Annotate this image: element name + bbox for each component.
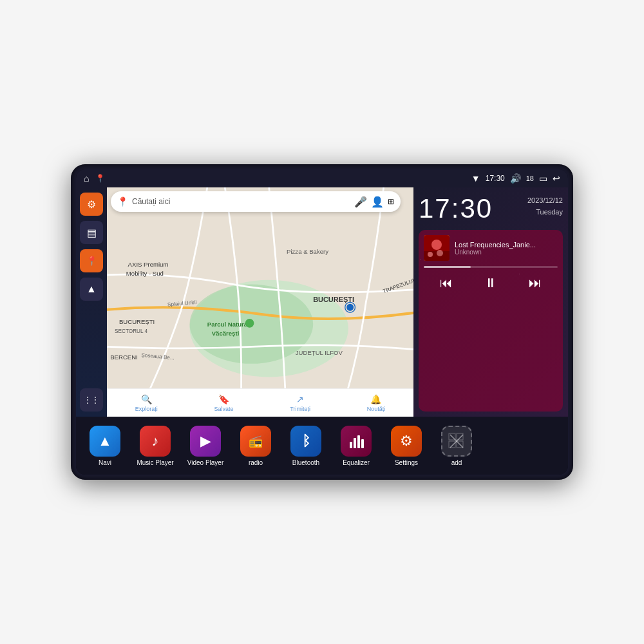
apps-grid-icon: ⋮⋮ <box>84 395 99 404</box>
map-bottom-bar: 🔍 Explorați 🔖 Salvate ↗ Trimiteți 🔔 <box>107 388 413 417</box>
share-icon: ↗ <box>296 394 304 404</box>
progress-bar[interactable] <box>424 266 558 268</box>
map-svg: BUCUREȘTI JUDEȚUL ILFOV BERCENI BUCUREȘT… <box>107 187 413 417</box>
app-radio[interactable]: 📻 radio <box>232 426 279 466</box>
explore-label: Explorați <box>135 406 158 412</box>
map-icon: 📍 <box>86 256 97 266</box>
svg-rect-21 <box>424 251 450 261</box>
app-equalizer[interactable]: Equalizer <box>332 426 380 466</box>
music-info-row: Lost Frequencies_Janie... Unknown <box>424 235 558 261</box>
map-nav-share[interactable]: ↗ Trimiteți <box>290 394 310 412</box>
map-search-bar[interactable]: 📍 Căutați aici 🎤 👤 ⊞ <box>111 191 401 212</box>
sidebar-btn-apps[interactable]: ⋮⋮ <box>80 388 103 412</box>
saved-label: Salvate <box>214 406 234 412</box>
date-line1: 2023/12/12 <box>527 195 563 207</box>
news-label: Noutăți <box>367 406 386 412</box>
settings-symbol: ⚙ <box>400 433 413 450</box>
album-art-image <box>424 235 450 261</box>
music-player-icon: ♪ <box>140 426 171 457</box>
search-placeholder[interactable]: Căutați aici <box>132 197 350 206</box>
add-symbol <box>448 433 465 450</box>
app-navi[interactable]: ▲ Navi <box>81 426 129 466</box>
app-bluetooth[interactable]: ᛒ Bluetooth <box>282 426 330 466</box>
radio-label: radio <box>249 459 263 466</box>
google-maps-icon: 📍 <box>117 196 128 207</box>
pause-button[interactable]: ⏸ <box>482 273 500 293</box>
navi-label: Navi <box>99 459 111 466</box>
svg-rect-31 <box>457 433 463 440</box>
svg-rect-32 <box>449 441 455 448</box>
svg-text:BERCENI: BERCENI <box>110 354 138 361</box>
video-player-icon: ▶ <box>190 426 221 457</box>
clock-date-row: 17:30 2023/12/12 Tuesday <box>419 193 563 225</box>
app-music-player[interactable]: ♪ Music Player <box>131 426 179 466</box>
equalizer-icon <box>341 426 372 457</box>
radio-symbol: 📻 <box>249 434 263 448</box>
add-icon <box>441 426 472 457</box>
settings-app-icon: ⚙ <box>391 426 422 457</box>
map-nav-news[interactable]: 🔔 Noutăți <box>367 394 386 412</box>
home-icon[interactable]: ⌂ <box>84 173 89 184</box>
location-icon[interactable]: 📍 <box>95 174 105 183</box>
date-line2: Tuesday <box>527 207 563 218</box>
music-text: Lost Frequencies_Janie... Unknown <box>455 241 558 256</box>
svg-rect-26 <box>357 435 360 448</box>
svg-rect-25 <box>354 438 356 448</box>
bluetooth-symbol: ᛒ <box>302 433 310 450</box>
app-video-player[interactable]: ▶ Video Player <box>182 426 229 466</box>
mic-icon[interactable]: 🎤 <box>354 196 367 208</box>
svg-text:AXIS Premium: AXIS Premium <box>128 261 169 268</box>
sidebar-btn-map[interactable]: 📍 <box>80 249 103 272</box>
video-symbol: ▶ <box>200 433 211 450</box>
status-bar: ⌂ 📍 ▼ 17:30 🔊 18 ▭ ↩ <box>76 169 568 187</box>
next-button[interactable]: ⏭ <box>526 273 544 293</box>
back-icon[interactable]: ↩ <box>553 173 560 184</box>
equalizer-label: Equalizer <box>343 459 370 466</box>
status-left-icons: ⌂ 📍 <box>84 173 105 184</box>
svg-text:SECTORUL 4: SECTORUL 4 <box>115 328 147 334</box>
radio-icon: 📻 <box>240 426 271 457</box>
sidebar-btn-settings[interactable]: ⚙ <box>80 193 103 216</box>
music-player-label: Music Player <box>137 459 173 466</box>
music-controls: ⏮ ⏸ ⏭ <box>424 273 558 293</box>
svg-text:Mobility - Sud: Mobility - Sud <box>126 270 164 277</box>
sidebar-btn-nav[interactable]: ▲ <box>80 278 103 301</box>
svg-rect-27 <box>361 439 364 448</box>
map-nav-saved[interactable]: 🔖 Salvate <box>214 394 234 412</box>
sidebar-btn-menu[interactable]: ▤ <box>80 221 103 244</box>
progress-bar-fill <box>424 266 471 268</box>
app-settings[interactable]: ⚙ Settings <box>383 426 430 466</box>
svg-text:BUCUREȘTI: BUCUREȘTI <box>119 318 155 325</box>
explore-icon: 🔍 <box>141 394 152 404</box>
screen: ⌂ 📍 ▼ 17:30 🔊 18 ▭ ↩ <box>76 169 568 475</box>
app-grid: ▲ Navi ♪ Music Player ▶ Video Player <box>76 417 568 475</box>
music-card: Lost Frequencies_Janie... Unknown ⏮ ⏸ ⏭ <box>419 230 563 412</box>
svg-text:JUDEȚUL ILFOV: JUDEȚUL ILFOV <box>296 349 343 356</box>
account-icon[interactable]: 👤 <box>371 196 384 208</box>
svg-text:◉: ◉ <box>344 298 356 314</box>
date-display: 2023/12/12 Tuesday <box>527 195 563 218</box>
settings-icon: ⚙ <box>87 198 96 211</box>
main-content: ⚙ ▤ 📍 ▲ ⋮⋮ <box>76 187 568 475</box>
navi-icon: ▲ <box>90 426 120 457</box>
album-art <box>424 235 450 261</box>
add-label: add <box>451 459 462 466</box>
app-add[interactable]: add <box>433 426 480 466</box>
navi-symbol: ▲ <box>98 433 112 450</box>
saved-icon: 🔖 <box>218 394 229 404</box>
status-time: 17:30 <box>486 174 505 183</box>
map-nav-explore[interactable]: 🔍 Explorați <box>135 394 158 412</box>
prev-button[interactable]: ⏮ <box>437 273 455 293</box>
music-symbol: ♪ <box>152 433 159 450</box>
share-label: Trimiteți <box>290 406 310 412</box>
layers-icon[interactable]: ⊞ <box>388 197 394 206</box>
status-right-icons: ▼ 17:30 🔊 18 ▭ ↩ <box>471 173 560 184</box>
svg-point-16 <box>245 319 254 328</box>
news-icon: 🔔 <box>370 394 381 404</box>
wifi-signal-icon: ▼ <box>471 173 480 184</box>
svg-rect-24 <box>350 442 352 448</box>
music-title: Lost Frequencies_Janie... <box>455 241 558 249</box>
svg-text:Pizza & Bakery: Pizza & Bakery <box>287 248 328 255</box>
svg-text:Parcul Natural: Parcul Natural <box>207 321 249 328</box>
map-area: BUCUREȘTI JUDEȚUL ILFOV BERCENI BUCUREȘT… <box>107 187 413 417</box>
